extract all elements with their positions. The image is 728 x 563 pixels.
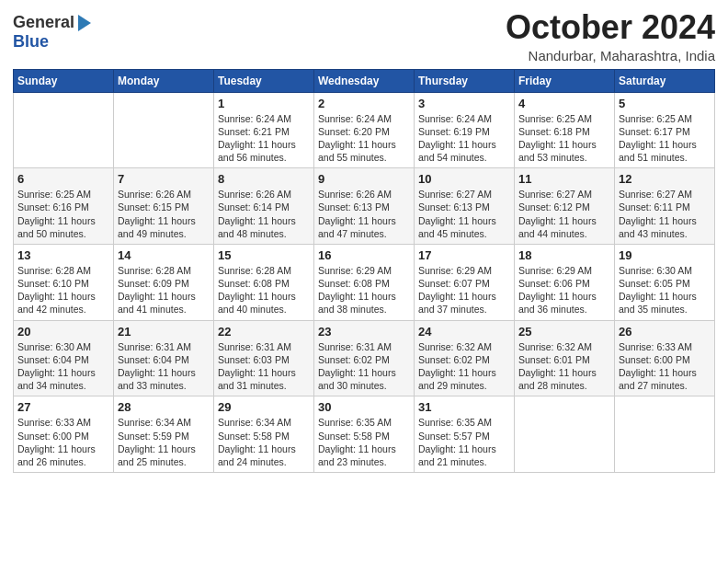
weekday-header: Sunday — [14, 69, 114, 92]
calendar-cell: 26Sunrise: 6:33 AM Sunset: 6:00 PM Dayli… — [615, 320, 715, 396]
calendar-cell: 21Sunrise: 6:31 AM Sunset: 6:04 PM Dayli… — [114, 320, 214, 396]
day-number: 28 — [118, 400, 210, 414]
day-number: 13 — [17, 248, 109, 262]
day-number: 19 — [619, 248, 711, 262]
calendar-cell: 4Sunrise: 6:25 AM Sunset: 6:18 PM Daylig… — [515, 92, 615, 168]
calendar-cell: 19Sunrise: 6:30 AM Sunset: 6:05 PM Dayli… — [615, 244, 715, 320]
calendar-cell — [615, 396, 715, 473]
day-number: 6 — [17, 172, 109, 186]
day-number: 1 — [218, 97, 310, 110]
calendar-cell: 24Sunrise: 6:32 AM Sunset: 6:02 PM Dayli… — [415, 320, 515, 396]
calendar-cell: 30Sunrise: 6:35 AM Sunset: 5:58 PM Dayli… — [314, 396, 415, 473]
day-number: 20 — [17, 325, 109, 339]
calendar-cell: 15Sunrise: 6:28 AM Sunset: 6:08 PM Dayli… — [214, 244, 314, 320]
day-info: Sunrise: 6:24 AM Sunset: 6:20 PM Dayligh… — [318, 112, 410, 165]
calendar-cell — [14, 92, 114, 168]
calendar-cell: 22Sunrise: 6:31 AM Sunset: 6:03 PM Dayli… — [214, 320, 314, 396]
day-info: Sunrise: 6:35 AM Sunset: 5:58 PM Dayligh… — [318, 416, 410, 468]
day-number: 2 — [318, 97, 410, 110]
day-info: Sunrise: 6:34 AM Sunset: 5:58 PM Dayligh… — [218, 416, 310, 468]
day-info: Sunrise: 6:31 AM Sunset: 6:02 PM Dayligh… — [318, 340, 410, 393]
day-number: 7 — [118, 172, 210, 186]
day-number: 4 — [518, 97, 610, 110]
logo-icon — [76, 13, 93, 33]
calendar-table: SundayMondayTuesdayWednesdayThursdayFrid… — [13, 69, 715, 473]
weekday-header: Saturday — [615, 69, 715, 92]
calendar-week-row: 27Sunrise: 6:33 AM Sunset: 6:00 PM Dayli… — [14, 396, 715, 473]
day-info: Sunrise: 6:32 AM Sunset: 6:01 PM Dayligh… — [518, 340, 610, 393]
day-info: Sunrise: 6:27 AM Sunset: 6:12 PM Dayligh… — [518, 188, 610, 240]
day-info: Sunrise: 6:29 AM Sunset: 6:07 PM Dayligh… — [418, 264, 510, 316]
header: General Blue October 2024 Nandurbar, Mah… — [13, 9, 715, 63]
day-info: Sunrise: 6:28 AM Sunset: 6:09 PM Dayligh… — [118, 264, 210, 316]
day-info: Sunrise: 6:30 AM Sunset: 6:04 PM Dayligh… — [17, 340, 109, 393]
title-block: October 2024 Nandurbar, Maharashtra, Ind… — [506, 9, 715, 63]
calendar-week-row: 6Sunrise: 6:25 AM Sunset: 6:16 PM Daylig… — [14, 168, 715, 245]
calendar-cell: 14Sunrise: 6:28 AM Sunset: 6:09 PM Dayli… — [114, 244, 214, 320]
day-info: Sunrise: 6:32 AM Sunset: 6:02 PM Dayligh… — [418, 340, 510, 393]
day-number: 3 — [418, 97, 510, 110]
calendar-cell: 8Sunrise: 6:26 AM Sunset: 6:14 PM Daylig… — [214, 168, 314, 245]
calendar-cell: 20Sunrise: 6:30 AM Sunset: 6:04 PM Dayli… — [14, 320, 114, 396]
svg-marker-0 — [78, 15, 91, 31]
calendar-header: SundayMondayTuesdayWednesdayThursdayFrid… — [14, 69, 715, 92]
day-info: Sunrise: 6:27 AM Sunset: 6:11 PM Dayligh… — [619, 188, 711, 240]
day-number: 12 — [619, 172, 711, 186]
calendar-cell: 25Sunrise: 6:32 AM Sunset: 6:01 PM Dayli… — [515, 320, 615, 396]
day-info: Sunrise: 6:29 AM Sunset: 6:06 PM Dayligh… — [518, 264, 610, 316]
day-info: Sunrise: 6:26 AM Sunset: 6:15 PM Dayligh… — [118, 188, 210, 240]
calendar-cell: 11Sunrise: 6:27 AM Sunset: 6:12 PM Dayli… — [515, 168, 615, 245]
calendar-cell: 27Sunrise: 6:33 AM Sunset: 6:00 PM Dayli… — [14, 396, 114, 473]
day-number: 22 — [218, 325, 310, 339]
day-info: Sunrise: 6:31 AM Sunset: 6:04 PM Dayligh… — [118, 340, 210, 393]
calendar-cell: 6Sunrise: 6:25 AM Sunset: 6:16 PM Daylig… — [14, 168, 114, 245]
day-number: 21 — [118, 325, 210, 339]
day-info: Sunrise: 6:24 AM Sunset: 6:19 PM Dayligh… — [418, 112, 510, 165]
weekday-row: SundayMondayTuesdayWednesdayThursdayFrid… — [14, 69, 715, 92]
day-number: 9 — [318, 172, 410, 186]
day-info: Sunrise: 6:26 AM Sunset: 6:14 PM Dayligh… — [218, 188, 310, 240]
day-info: Sunrise: 6:30 AM Sunset: 6:05 PM Dayligh… — [619, 264, 711, 316]
day-info: Sunrise: 6:25 AM Sunset: 6:16 PM Dayligh… — [17, 188, 109, 240]
day-number: 5 — [619, 97, 711, 110]
weekday-header: Monday — [114, 69, 214, 92]
calendar-cell: 29Sunrise: 6:34 AM Sunset: 5:58 PM Dayli… — [214, 396, 314, 473]
day-info: Sunrise: 6:35 AM Sunset: 5:57 PM Dayligh… — [418, 416, 510, 468]
calendar-cell: 5Sunrise: 6:25 AM Sunset: 6:17 PM Daylig… — [615, 92, 715, 168]
day-info: Sunrise: 6:25 AM Sunset: 6:17 PM Dayligh… — [619, 112, 711, 165]
day-number: 11 — [518, 172, 610, 186]
day-number: 25 — [518, 325, 610, 339]
day-info: Sunrise: 6:28 AM Sunset: 6:08 PM Dayligh… — [218, 264, 310, 316]
calendar-cell: 9Sunrise: 6:26 AM Sunset: 6:13 PM Daylig… — [314, 168, 415, 245]
calendar-page: General Blue October 2024 Nandurbar, Mah… — [0, 0, 728, 563]
calendar-week-row: 20Sunrise: 6:30 AM Sunset: 6:04 PM Dayli… — [14, 320, 715, 396]
weekday-header: Friday — [515, 69, 615, 92]
weekday-header: Tuesday — [214, 69, 314, 92]
day-number: 29 — [218, 400, 310, 414]
day-number: 16 — [318, 248, 410, 262]
day-info: Sunrise: 6:27 AM Sunset: 6:13 PM Dayligh… — [418, 188, 510, 240]
day-info: Sunrise: 6:33 AM Sunset: 6:00 PM Dayligh… — [619, 340, 711, 393]
day-number: 15 — [218, 248, 310, 262]
logo-general: General — [13, 14, 74, 32]
calendar-cell: 2Sunrise: 6:24 AM Sunset: 6:20 PM Daylig… — [314, 92, 415, 168]
day-info: Sunrise: 6:25 AM Sunset: 6:18 PM Dayligh… — [518, 112, 610, 165]
location: Nandurbar, Maharashtra, India — [506, 48, 715, 63]
logo-blue: Blue — [13, 33, 93, 52]
day-number: 14 — [118, 248, 210, 262]
month-title: October 2024 — [506, 9, 715, 46]
calendar-body: 1Sunrise: 6:24 AM Sunset: 6:21 PM Daylig… — [14, 92, 715, 472]
day-number: 27 — [17, 400, 109, 414]
day-info: Sunrise: 6:28 AM Sunset: 6:10 PM Dayligh… — [17, 264, 109, 316]
day-info: Sunrise: 6:24 AM Sunset: 6:21 PM Dayligh… — [218, 112, 310, 165]
day-info: Sunrise: 6:29 AM Sunset: 6:08 PM Dayligh… — [318, 264, 410, 316]
calendar-cell: 13Sunrise: 6:28 AM Sunset: 6:10 PM Dayli… — [14, 244, 114, 320]
day-number: 18 — [518, 248, 610, 262]
calendar-cell: 23Sunrise: 6:31 AM Sunset: 6:02 PM Dayli… — [314, 320, 415, 396]
day-number: 10 — [418, 172, 510, 186]
day-number: 26 — [619, 325, 711, 339]
calendar-cell: 12Sunrise: 6:27 AM Sunset: 6:11 PM Dayli… — [615, 168, 715, 245]
day-number: 17 — [418, 248, 510, 262]
day-number: 24 — [418, 325, 510, 339]
calendar-cell: 10Sunrise: 6:27 AM Sunset: 6:13 PM Dayli… — [415, 168, 515, 245]
